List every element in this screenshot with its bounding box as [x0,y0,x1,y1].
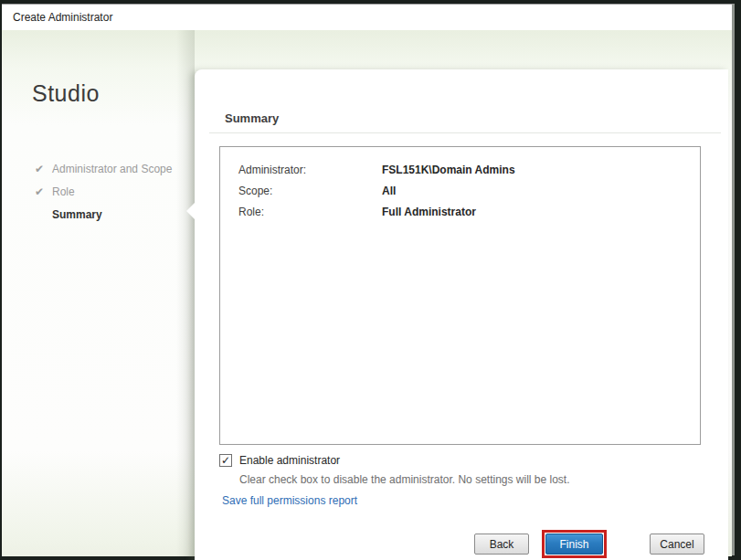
field-value: Full Administrator [382,206,476,218]
enable-administrator-label[interactable]: Enable administrator [239,454,340,467]
checkmark-icon: ✓ [221,455,230,466]
step-role[interactable]: ✔ Role [35,180,172,203]
page-title: Summary [225,111,279,125]
summary-box: Administrator: FSL151K\Domain Admins Sco… [219,146,701,445]
step-administrator-and-scope[interactable]: ✔ Administrator and Scope [35,157,172,180]
check-icon: ✔ [35,163,52,175]
step-label: Role [52,185,75,198]
step-label: Summary [52,208,102,221]
back-button[interactable]: Back [474,534,529,555]
summary-row-administrator: Administrator: FSL151K\Domain Admins [238,159,700,180]
save-permissions-report-link[interactable]: Save full permissions report [222,494,357,507]
studio-brand: Studio [32,80,100,107]
field-value: All [382,185,396,197]
content-panel: Summary Administrator: FSL151K\Domain Ad… [195,69,728,560]
dialog-body: Studio ✔ Administrator and Scope ✔ Role … [2,30,732,556]
step-label: Administrator and Scope [52,163,172,175]
step-summary: Summary [35,203,172,226]
field-value: FSL151K\Domain Admins [382,164,515,176]
enable-administrator-checkbox[interactable]: ✓ [219,454,232,467]
window-title: Create Administrator [13,11,112,24]
active-step-notch [186,203,195,219]
create-administrator-dialog: Create Administrator Studio ✔ Administra… [2,4,735,555]
cancel-button[interactable]: Cancel [650,534,704,555]
enable-administrator-row: ✓ Enable administrator [219,454,340,467]
title-bar: Create Administrator [2,5,732,30]
check-icon: ✔ [35,185,52,198]
wizard-steps: ✔ Administrator and Scope ✔ Role Summary [35,157,172,226]
heading-divider [209,132,721,133]
finish-button[interactable]: Finish [545,534,603,555]
summary-row-scope: Scope: All [238,180,700,201]
field-label: Administrator: [238,164,382,176]
field-label: Scope: [238,185,382,197]
finish-highlight-annotation: Finish [542,530,607,558]
checkbox-help-text: Clear check box to disable the administr… [239,473,570,486]
summary-row-role: Role: Full Administrator [238,201,700,222]
wizard-sidebar: Studio ✔ Administrator and Scope ✔ Role … [2,30,195,556]
field-label: Role: [238,206,382,218]
